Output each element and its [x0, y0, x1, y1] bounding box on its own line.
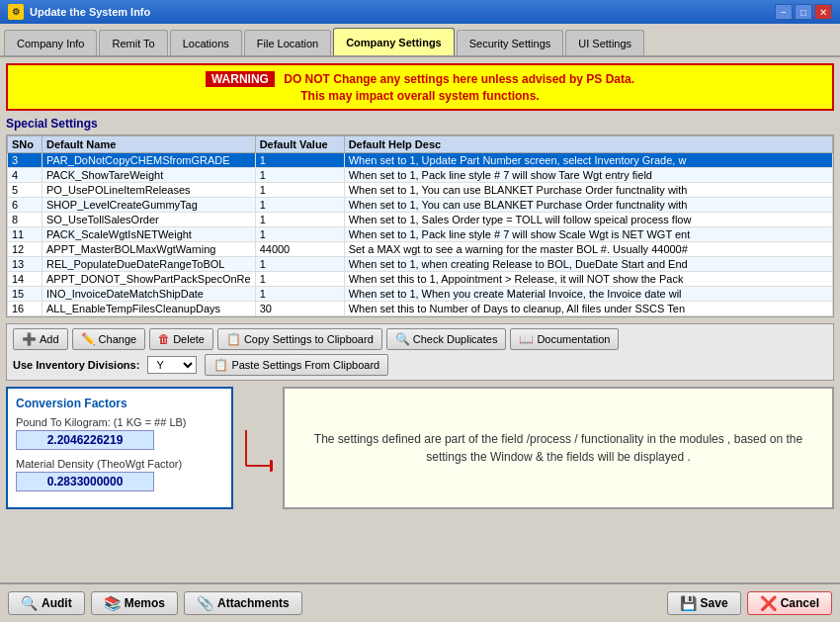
- main-content: WARNING DO NOT Change any settings here …: [0, 57, 840, 582]
- cell-desc: When set this to 1, Appointment > Releas…: [344, 272, 832, 287]
- doc-icon: 📖: [519, 332, 534, 346]
- cell-name: REL_PopulateDueDateRangeToBOL: [42, 257, 256, 272]
- delete-button[interactable]: 🗑 Delete: [149, 328, 213, 350]
- settings-table-container: SNo Default Name Default Value Default H…: [6, 134, 834, 317]
- action-bar: ➕ Add ✏️ Change 🗑 Delete 📋 Copy Settings…: [6, 323, 834, 381]
- red-arrow-icon: [243, 408, 273, 488]
- table-row[interactable]: 4 PACK_ShowTareWeight 1 When set to 1, P…: [8, 168, 833, 183]
- check-duplicates-button[interactable]: 🔍 Check Duplicates: [386, 328, 507, 350]
- cell-value: 1: [255, 287, 344, 302]
- cell-desc: When set to 1, Sales Order type = TOLL w…: [344, 213, 832, 227]
- tab-locations[interactable]: Locations: [170, 30, 242, 55]
- attachments-button[interactable]: 📎 Attachments: [184, 591, 302, 615]
- status-bar: 🔍 Audit 📚 Memos 📎 Attachments 💾 Save ❌ C…: [0, 582, 840, 622]
- warning-label: WARNING: [206, 71, 275, 87]
- close-button[interactable]: ✕: [814, 4, 832, 20]
- cell-desc: Set a MAX wgt to see a warning for the m…: [344, 242, 832, 257]
- change-button[interactable]: ✏️ Change: [72, 328, 146, 350]
- tab-company-settings[interactable]: Company Settings: [333, 28, 455, 55]
- settings-table: SNo Default Name Default Value Default H…: [7, 135, 833, 316]
- cell-desc: When set to 1, Update Part Number screen…: [344, 153, 832, 168]
- cell-desc: When set to 1, when creating Release to …: [344, 257, 832, 272]
- cell-sno: 16: [8, 302, 42, 316]
- audit-button[interactable]: 🔍 Audit: [8, 591, 85, 615]
- info-text: The settings defined are part of the fie…: [294, 430, 822, 466]
- tabs-container: Company Info Remit To Locations File Loc…: [0, 24, 840, 57]
- table-row[interactable]: 16 ALL_EnableTempFilesCleanupDays 30 Whe…: [8, 302, 833, 316]
- cell-sno: 14: [8, 272, 42, 287]
- pound-value: 2.2046226219: [16, 430, 154, 450]
- col-header-desc: Default Help Desc: [344, 136, 832, 153]
- warning-box: WARNING DO NOT Change any settings here …: [6, 63, 834, 111]
- minimize-button[interactable]: −: [775, 4, 793, 20]
- warning-line2: This may impact overall system functions…: [18, 89, 822, 103]
- copy-icon: 📋: [226, 332, 241, 346]
- cell-value: 1: [255, 257, 344, 272]
- paste-settings-button[interactable]: 📋 Paste Settings From Clipboard: [205, 354, 388, 376]
- maximize-button[interactable]: □: [795, 4, 812, 20]
- cell-sno: 13: [8, 257, 42, 272]
- documentation-button[interactable]: 📖 Documentation: [510, 328, 619, 350]
- cell-name: ALL_EnableTempFilesCleanupDays: [42, 302, 256, 316]
- memos-icon: 📚: [104, 595, 121, 611]
- pound-label: Pound To Kilogram: (1 KG = ## LB): [16, 416, 223, 428]
- cancel-button[interactable]: ❌ Cancel: [747, 591, 832, 615]
- table-row[interactable]: 11 PACK_ScaleWgtIsNETWeight 1 When set t…: [8, 227, 833, 242]
- bottom-section: Conversion Factors Pound To Kilogram: (1…: [6, 387, 834, 509]
- table-row[interactable]: 13 REL_PopulateDueDateRangeToBOL 1 When …: [8, 257, 833, 272]
- info-box: The settings defined are part of the fie…: [283, 387, 834, 509]
- inventory-select[interactable]: Y N: [147, 356, 197, 374]
- table-row[interactable]: 12 APPT_MasterBOLMaxWgtWarning 44000 Set…: [8, 242, 833, 257]
- add-icon: ➕: [22, 332, 37, 346]
- add-button[interactable]: ➕ Add: [13, 328, 68, 350]
- table-row[interactable]: 8 SO_UseTollSalesOrder 1 When set to 1, …: [8, 213, 833, 227]
- density-label: Material Density (TheoWgt Factor): [16, 458, 223, 470]
- table-row[interactable]: 5 PO_UsePOLineItemReleases 1 When set to…: [8, 183, 833, 198]
- table-row[interactable]: 15 INO_InvoiceDateMatchShipDate 1 When s…: [8, 287, 833, 302]
- cell-desc: When set to 1, When you create Material …: [344, 287, 832, 302]
- cell-value: 30: [255, 302, 344, 316]
- tab-file-location[interactable]: File Location: [244, 30, 331, 55]
- tab-ui-settings[interactable]: UI Settings: [565, 30, 644, 55]
- cell-name: PO_UsePOLineItemReleases: [42, 183, 256, 198]
- window-controls: − □ ✕: [775, 4, 832, 20]
- cell-value: 1: [255, 153, 344, 168]
- cell-name: INO_InvoiceDateMatchShipDate: [42, 287, 256, 302]
- special-settings-title: Special Settings: [6, 117, 834, 131]
- change-icon: ✏️: [81, 332, 96, 346]
- cell-sno: 8: [8, 213, 42, 227]
- tab-remit-to[interactable]: Remit To: [99, 30, 167, 55]
- inventory-label: Use Inventory Divisions:: [13, 359, 139, 371]
- cell-name: APPT_DONOT_ShowPartPackSpecOnRe: [42, 272, 256, 287]
- memos-button[interactable]: 📚 Memos: [91, 591, 178, 615]
- copy-settings-button[interactable]: 📋 Copy Settings to Clipboard: [217, 328, 382, 350]
- audit-icon: 🔍: [21, 595, 38, 611]
- cell-sno: 6: [8, 198, 42, 213]
- save-button[interactable]: 💾 Save: [667, 591, 741, 615]
- arrow-container: [243, 387, 273, 509]
- tab-company-info[interactable]: Company Info: [4, 30, 97, 55]
- cell-desc: When set to 1, You can use BLANKET Purch…: [344, 183, 832, 198]
- cell-name: PAR_DoNotCopyCHEMSfromGRADE: [42, 153, 256, 168]
- table-row[interactable]: 3 PAR_DoNotCopyCHEMSfromGRADE 1 When set…: [8, 153, 833, 168]
- table-row[interactable]: 14 APPT_DONOT_ShowPartPackSpecOnRe 1 Whe…: [8, 272, 833, 287]
- check-icon: 🔍: [395, 332, 410, 346]
- table-row[interactable]: 6 SHOP_LevelCreateGummyTag 1 When set to…: [8, 198, 833, 213]
- cell-desc: When set to 1, Pack line style # 7 will …: [344, 168, 832, 183]
- cell-value: 1: [255, 198, 344, 213]
- cell-value: 1: [255, 183, 344, 198]
- tab-security-settings[interactable]: Security Settings: [457, 30, 564, 55]
- density-value: 0.2833000000: [16, 472, 154, 491]
- col-header-value: Default Value: [255, 136, 344, 153]
- cell-value: 1: [255, 272, 344, 287]
- cell-sno: 12: [8, 242, 42, 257]
- warning-line1: DO NOT Change any settings here unless a…: [284, 72, 634, 86]
- density-conversion: Material Density (TheoWgt Factor) 0.2833…: [16, 458, 223, 491]
- cell-desc: When set to 1, You can use BLANKET Purch…: [344, 198, 832, 213]
- attachments-icon: 📎: [197, 595, 213, 611]
- cell-value: 1: [255, 168, 344, 183]
- cell-desc: When set to 1, Pack line style # 7 will …: [344, 227, 832, 242]
- cell-sno: 3: [8, 153, 42, 168]
- conversion-factors-box: Conversion Factors Pound To Kilogram: (1…: [6, 387, 233, 509]
- cell-name: PACK_ScaleWgtIsNETWeight: [42, 227, 256, 242]
